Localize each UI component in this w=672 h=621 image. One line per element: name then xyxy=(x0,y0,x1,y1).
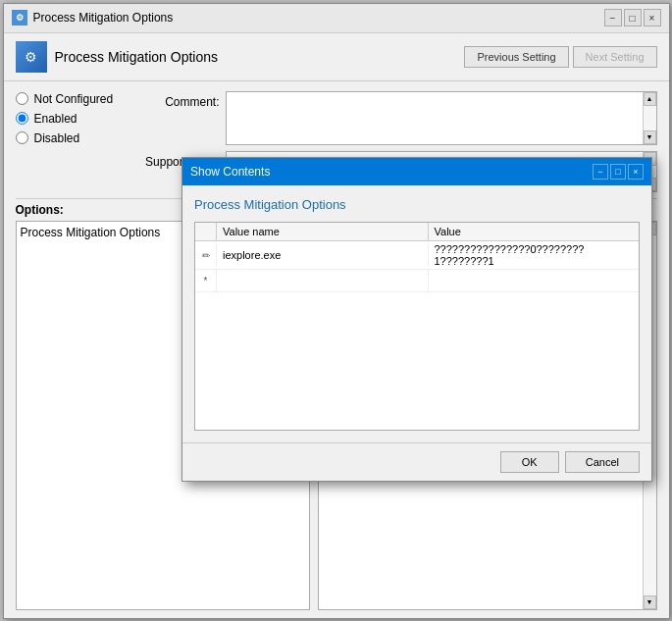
header-title-section: ⚙ Process Mitigation Options xyxy=(16,41,219,73)
comment-scroll-down[interactable]: ▼ xyxy=(644,130,656,144)
dialog-title-text: Show Contents xyxy=(190,165,270,179)
dialog-content: Process Mitigation Options Value name Va… xyxy=(182,185,651,442)
col-name-header: Value name xyxy=(217,223,429,240)
comment-scrollbar[interactable]: ▲ ▼ xyxy=(643,92,656,144)
table-row-2[interactable]: * xyxy=(195,270,639,292)
radio-group: Not Configured Enabled Disabled xyxy=(16,91,133,192)
enabled-option[interactable]: Enabled xyxy=(16,111,133,127)
row1-name: iexplore.exe xyxy=(217,244,429,266)
row1-icon: ✏ xyxy=(195,244,217,266)
comment-field-wrapper: ▲ ▼ xyxy=(226,91,657,145)
title-controls: − □ × xyxy=(604,9,661,26)
table-header-row: Value name Value xyxy=(195,223,639,241)
dialog-title-controls: − □ × xyxy=(593,164,644,180)
next-setting-button[interactable]: Next Setting xyxy=(573,46,657,68)
settings-icon: ⚙ xyxy=(12,10,27,26)
title-bar: ⚙ Process Mitigation Options − □ × xyxy=(4,4,669,33)
options-section-label: Options: xyxy=(16,203,64,217)
dialog-minimize-btn[interactable]: − xyxy=(593,164,608,180)
row2-icon: * xyxy=(195,270,217,291)
dialog-maximize-btn[interactable]: □ xyxy=(610,164,626,180)
table-row-1[interactable]: ✏ iexplore.exe ????????????????0????????… xyxy=(195,241,639,270)
dialog-subtitle: Process Mitigation Options xyxy=(194,197,640,212)
comment-scroll-track xyxy=(644,106,656,130)
dialog-footer: OK Cancel xyxy=(182,442,651,481)
header-title: Process Mitigation Options xyxy=(55,49,219,65)
comment-row: Comment: ▲ ▼ xyxy=(141,91,657,145)
comment-label: Comment: xyxy=(141,91,220,109)
header-icon: ⚙ xyxy=(16,41,47,73)
row2-value xyxy=(429,270,640,291)
row2-name xyxy=(217,270,429,291)
header-buttons: Previous Setting Next Setting xyxy=(464,46,656,68)
window-title: Process Mitigation Options xyxy=(33,11,174,25)
table-empty-space xyxy=(195,292,639,430)
not-configured-label: Not Configured xyxy=(34,92,114,106)
col-value-header: Value xyxy=(429,223,640,240)
not-configured-radio[interactable] xyxy=(16,92,28,105)
ok-button[interactable]: OK xyxy=(500,451,559,473)
dialog-table-area: Value name Value ✏ iexplore.exe ????????… xyxy=(194,222,640,431)
cancel-button[interactable]: Cancel xyxy=(565,451,640,473)
not-configured-option[interactable]: Not Configured xyxy=(16,91,133,107)
dialog-close-btn[interactable]: × xyxy=(628,164,644,180)
title-bar-left: ⚙ Process Mitigation Options xyxy=(12,10,174,26)
disabled-radio[interactable] xyxy=(16,131,28,144)
minimize-button[interactable]: − xyxy=(604,9,622,26)
help-scroll-down[interactable]: ▼ xyxy=(644,595,656,609)
comment-scroll-up[interactable]: ▲ xyxy=(644,92,656,106)
header-area: ⚙ Process Mitigation Options Previous Se… xyxy=(4,33,669,81)
enabled-radio[interactable] xyxy=(16,112,28,125)
previous-setting-button[interactable]: Previous Setting xyxy=(464,46,568,68)
row1-value: ????????????????0????????1????????1 xyxy=(429,241,640,269)
comment-text-inner xyxy=(227,92,643,144)
col-icon-header xyxy=(195,223,217,240)
close-window-button[interactable]: × xyxy=(644,9,661,26)
maximize-button[interactable]: □ xyxy=(624,9,642,26)
enabled-label: Enabled xyxy=(34,112,78,126)
show-contents-dialog: Show Contents − □ × Process Mitigation O… xyxy=(181,157,652,482)
disabled-option[interactable]: Disabled xyxy=(16,130,133,146)
dialog-title-bar: Show Contents − □ × xyxy=(182,158,651,185)
disabled-label: Disabled xyxy=(34,131,80,145)
